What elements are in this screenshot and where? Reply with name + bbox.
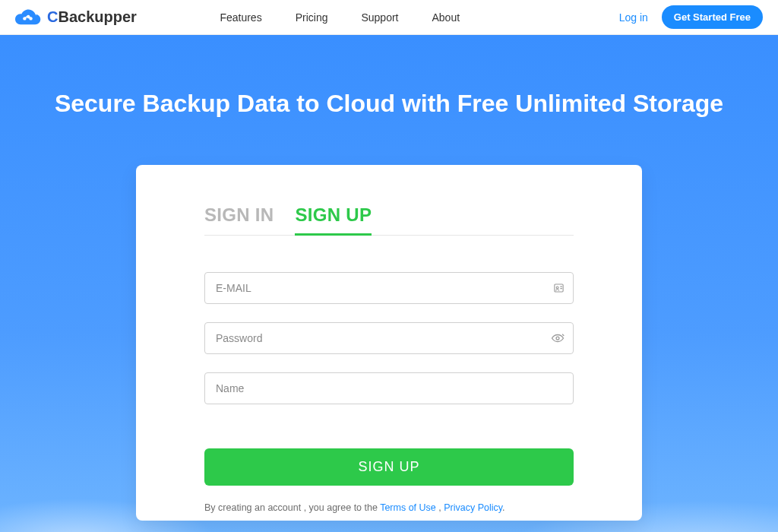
consent-text: By creating an account , you agree to th… [204,502,574,513]
consent-sep: , [436,502,444,513]
auth-card: SIGN IN SIGN UP [136,165,642,521]
brand-name: CBackupper [47,8,137,26]
terms-link[interactable]: Terms of Use [380,502,436,513]
tab-signin[interactable]: SIGN IN [204,204,274,235]
privacy-link[interactable]: Privacy Policy [444,502,502,513]
auth-tabs: SIGN IN SIGN UP [204,204,574,236]
email-field-wrap [204,272,574,304]
cloud-icon [15,8,41,27]
tab-signup[interactable]: SIGN UP [295,204,372,235]
svg-point-6 [556,337,559,340]
hero-title: Secure Backup Data to Cloud with Free Un… [0,35,778,118]
header-actions: Log in Get Started Free [619,5,763,29]
login-link[interactable]: Log in [619,11,648,24]
name-field[interactable] [204,372,574,404]
signup-button[interactable]: SIGN UP [204,448,574,486]
hero: Secure Backup Data to Cloud with Free Un… [0,35,778,532]
nav-features[interactable]: Features [220,11,261,24]
logo[interactable]: CBackupper [15,8,137,27]
svg-point-3 [556,287,558,289]
email-field[interactable] [204,272,574,304]
eye-icon[interactable] [551,333,565,344]
password-field[interactable] [204,322,574,354]
password-field-wrap [204,322,574,354]
header: CBackupper Features Pricing Support Abou… [0,0,778,35]
name-field-wrap [204,372,574,404]
nav-about[interactable]: About [432,11,460,24]
main-nav: Features Pricing Support About [220,11,460,24]
consent-suffix: . [502,502,504,513]
get-started-button[interactable]: Get Started Free [662,5,763,29]
nav-support[interactable]: Support [361,11,398,24]
contact-card-icon [553,283,565,294]
consent-prefix: By creating an account , you agree to th… [204,502,380,513]
nav-pricing[interactable]: Pricing [296,11,328,24]
